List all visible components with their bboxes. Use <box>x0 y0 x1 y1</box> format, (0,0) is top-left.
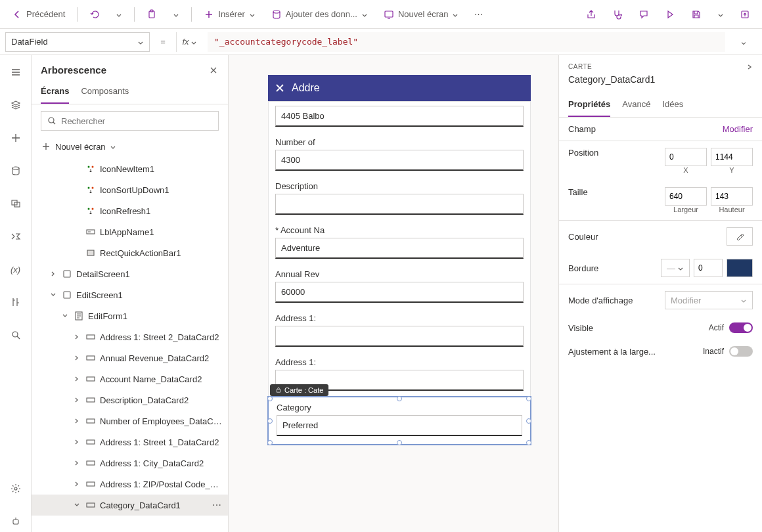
tab-screens[interactable]: Écrans <box>41 81 69 104</box>
advanced-tools-button[interactable] <box>5 292 26 313</box>
field-input[interactable]: Adventure <box>275 238 524 259</box>
overflow-button[interactable]: ⋯ <box>468 5 489 23</box>
tree-arrow[interactable] <box>72 418 81 424</box>
settings-button[interactable] <box>5 478 26 499</box>
field-input[interactable]: Preferred <box>277 415 522 436</box>
tree-item[interactable]: IconNewItem1 <box>32 158 228 179</box>
tab-properties[interactable]: Propriétés <box>568 95 610 117</box>
property-selector[interactable]: DataField <box>5 32 150 52</box>
tree-item[interactable]: IconRefresh1 <box>32 200 228 221</box>
field-input[interactable] <box>275 326 524 347</box>
tree-item[interactable]: RectQuickActionBar1 <box>32 242 228 263</box>
formula-expand[interactable] <box>730 39 757 45</box>
formula-input[interactable] <box>208 32 725 52</box>
autowidth-toggle[interactable] <box>729 346 753 357</box>
undo-button[interactable] <box>83 5 106 24</box>
hamburger-button[interactable] <box>5 62 26 83</box>
field-input[interactable] <box>275 194 524 215</box>
tab-ideas[interactable]: Idées <box>662 95 683 117</box>
fx-button[interactable]: fx <box>176 32 202 52</box>
tree-arrow[interactable] <box>72 334 81 340</box>
position-x-input[interactable] <box>665 148 707 166</box>
flows-button[interactable] <box>5 226 26 247</box>
tree-search-input[interactable] <box>61 116 213 126</box>
width-input[interactable] <box>665 187 707 206</box>
save-dropdown[interactable] <box>711 7 730 22</box>
visible-toggle[interactable] <box>729 322 753 333</box>
tab-advanced[interactable]: Avancé <box>622 95 650 117</box>
border-color-swatch[interactable] <box>727 259 753 277</box>
form-field[interactable]: Number of4300 <box>269 133 530 177</box>
tree-arrow[interactable] <box>72 355 81 361</box>
form-field[interactable]: Description <box>269 177 530 221</box>
tree-item[interactable]: Category_DataCard1 ⋯ <box>32 495 228 516</box>
border-style-dropdown[interactable]: — <box>661 259 690 277</box>
save-button[interactable] <box>684 5 708 24</box>
back-button[interactable]: Précédent <box>5 5 72 24</box>
tree-view-button[interactable] <box>5 95 26 116</box>
form-field[interactable]: 4405 Balbo <box>269 102 530 133</box>
tree-item[interactable]: LblAppName1 <box>32 221 228 242</box>
field-input[interactable]: 60000 <box>275 282 524 303</box>
close-icon[interactable] <box>208 65 219 76</box>
displaymode-dropdown[interactable]: Modifier <box>665 291 753 309</box>
tree-arrow[interactable] <box>72 460 81 466</box>
tree-item[interactable]: Number of Employees_DataCard2 <box>32 410 228 432</box>
tree-item[interactable]: Address 1: City_DataCard2 <box>32 453 228 474</box>
tab-components[interactable]: Composants <box>81 81 129 104</box>
paste-button[interactable] <box>140 5 164 24</box>
tree-item[interactable]: Address 1: Street 1_DataCard2 <box>32 432 228 453</box>
copilot-button[interactable] <box>5 511 26 532</box>
chevron-right-icon[interactable] <box>746 64 753 70</box>
tree-item[interactable]: Address 1: Street 2_DataCard2 <box>32 326 228 347</box>
color-picker[interactable] <box>727 227 753 246</box>
form-field[interactable]: Annual Rev60000 <box>269 265 530 309</box>
tree-arrow[interactable] <box>60 313 70 319</box>
field-label: Description <box>275 181 524 191</box>
tree-item[interactable]: EditForm1 <box>32 305 228 326</box>
tree-arrow[interactable] <box>72 481 81 487</box>
search-button[interactable] <box>5 324 26 345</box>
tree-item[interactable]: Annual Revenue_DataCard2 <box>32 347 228 368</box>
tree-item[interactable]: Account Name_DataCard2 <box>32 368 228 389</box>
tree-arrow[interactable] <box>72 397 81 403</box>
height-input[interactable] <box>711 187 753 206</box>
play-button[interactable] <box>658 5 682 24</box>
tree-item-more[interactable]: ⋯ <box>212 500 223 510</box>
tree-item[interactable]: Description_DataCard2 <box>32 389 228 410</box>
add-data-button[interactable]: Ajouter des donn... <box>265 5 374 24</box>
checker-button[interactable] <box>606 5 629 24</box>
form-field[interactable]: CategoryPreferred Carte : Cate <box>269 397 530 444</box>
tree-arrow[interactable] <box>72 439 81 445</box>
undo-dropdown[interactable] <box>109 7 129 22</box>
form-field[interactable]: * Account NaAdventure <box>269 221 530 265</box>
tree-new-screen[interactable]: Nouvel écran <box>32 137 228 158</box>
new-screen-button[interactable]: Nouvel écran <box>377 5 466 24</box>
field-input[interactable]: 4405 Balbo <box>275 106 524 127</box>
tree-item[interactable]: Address 1: ZIP/Postal Code_DataCard2 <box>32 474 228 495</box>
tree-item[interactable]: DetailScreen1 <box>32 263 228 284</box>
close-icon[interactable] <box>275 83 285 93</box>
tree-arrow[interactable] <box>72 376 81 382</box>
data-button[interactable] <box>5 160 26 181</box>
tree-arrow[interactable] <box>49 271 58 277</box>
paste-dropdown[interactable] <box>166 7 186 22</box>
border-width-input[interactable] <box>694 259 723 277</box>
publish-button[interactable] <box>733 5 757 24</box>
media-button[interactable] <box>5 193 26 214</box>
variables-button[interactable]: (x) <box>5 259 26 280</box>
tree-item-icon <box>85 332 96 342</box>
field-input[interactable]: 4300 <box>275 150 524 171</box>
add-button[interactable] <box>5 127 26 148</box>
share-button[interactable] <box>579 5 603 24</box>
insert-button[interactable]: Insérer <box>197 5 261 24</box>
form-field[interactable]: Address 1: <box>269 309 530 353</box>
prop-field-action[interactable]: Modifier <box>723 124 753 134</box>
position-y-input[interactable] <box>711 148 753 166</box>
tree-arrow[interactable] <box>72 502 81 508</box>
comments-button[interactable] <box>632 5 656 24</box>
tree-item[interactable]: IconSortUpDown1 <box>32 179 228 200</box>
tree-arrow[interactable] <box>49 292 58 298</box>
tree-item[interactable]: EditScreen1 <box>32 284 228 305</box>
tree-search[interactable] <box>41 111 219 131</box>
